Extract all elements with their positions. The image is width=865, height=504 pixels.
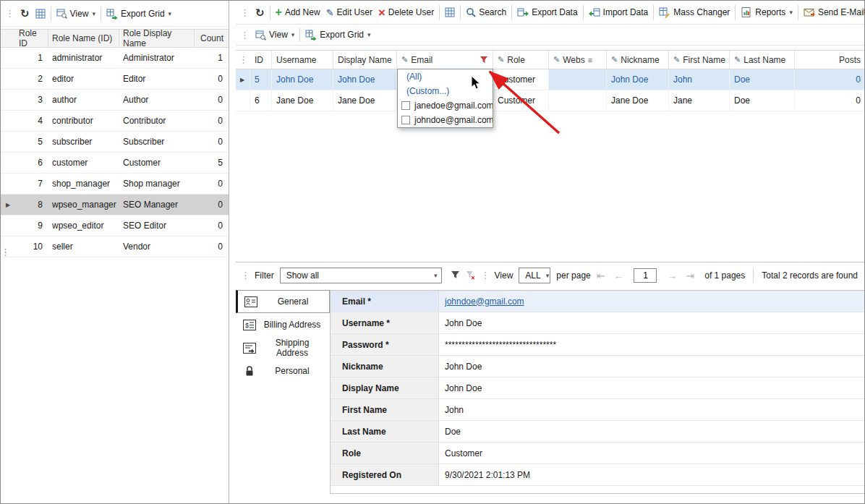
field-value[interactable]: John [439,399,865,420]
field-value[interactable]: Doe [439,421,865,442]
roles-grid-row[interactable]: 7shop_managerShop manager0 [1,174,229,195]
column-header-id[interactable]: ID [250,51,272,69]
roles-grid-row[interactable]: 9wpseo_editorSEO Editor0 [1,215,229,236]
checkbox[interactable] [401,101,410,110]
filter-dropdown-item[interactable]: (Custom...) [398,84,493,98]
column-header-webs[interactable]: ✎Webs≡ [549,51,607,69]
column-header-role-name[interactable]: Role Name (ID) [48,30,119,47]
roles-grid-row[interactable]: 10sellerVendor0 [1,236,229,257]
field-value-text: ********************************* [445,340,556,350]
apply-filter-button[interactable] [448,267,463,284]
roles-grid-row[interactable]: 4contributorContributor0 [1,111,229,132]
toolbar-grip[interactable]: ⋮ [2,8,17,19]
detail-tab-personal[interactable]: Personal [236,359,330,383]
field-value[interactable]: Customer [439,443,865,464]
role-id-cell: 5 [15,137,48,147]
detail-tab-label: Billing Address [263,320,329,330]
edit-user-button[interactable]: ✎Edit User [323,4,375,21]
pencil-icon: ✎ [734,55,741,64]
column-header-posts[interactable]: Posts [795,51,865,69]
view-button[interactable]: View ▾ [252,26,297,43]
username-cell: John Doe [272,69,333,90]
email-link[interactable]: johndoe@gmail.com [445,296,524,307]
clear-filter-button[interactable] [463,267,478,284]
page-number-input[interactable] [634,268,657,283]
role-count-cell: 0 [195,179,229,189]
detail-tab-billing-address[interactable]: $Billing Address [236,313,330,336]
filter-dropdown-item[interactable]: johndoe@gmail.com [398,113,493,127]
toolbar-grip[interactable]: ⋮ [478,270,493,281]
refresh-button[interactable]: ↻ [17,5,33,22]
field-value[interactable]: johndoe@gmail.com [439,291,865,312]
form-row-last-name: Last NameDoe [331,421,865,443]
field-value[interactable]: John Doe [439,356,865,377]
grid-settings-button[interactable] [442,4,458,21]
column-header-display-name[interactable]: Display Name [333,51,397,69]
column-header-count[interactable]: Count [195,30,229,47]
roles-grid-row[interactable]: 3authorAuthor0 [1,90,229,111]
checkbox[interactable] [401,116,410,124]
field-value[interactable]: 9/30/2021 2:01:13 PM [439,464,865,485]
prev-page-button[interactable]: ← [609,270,628,281]
app-window: ⋮ ↻ View ▾ Export Grid ▾ Role ID Rol [0,0,865,504]
users-grid-row[interactable]: ▶5John DoeJohn DoeCustomerJohn DoeJohnDo… [236,69,865,90]
first-page-button[interactable]: ⇤ [592,270,610,281]
chevron-down-icon: ▾ [169,10,172,17]
next-page-button[interactable]: → [662,270,681,281]
toolbar-grip[interactable]: ⋮ [237,7,252,18]
reports-button[interactable]: Reports ▾ [738,4,796,21]
grid-settings-button[interactable] [33,5,48,22]
filter-dropdown-item[interactable]: janedoe@gmail.com [398,98,493,113]
toolbar-grip[interactable]: ⋮ [236,54,250,65]
roles-grid-row[interactable]: 5subscriberSubscriber0 [1,132,229,153]
export-grid-icon [305,29,317,40]
role-count-cell: 5 [195,158,229,168]
splitter-grip[interactable]: ⋮ [1,247,10,257]
search-button[interactable]: Search [463,4,509,21]
column-header-username[interactable]: Username [272,51,333,69]
form-row-email: Email *johndoe@gmail.com [331,291,865,312]
mass-changer-button[interactable]: Mass Changer [656,4,733,21]
pencil-icon: ✎ [498,55,504,64]
column-header-label: Display Name [338,55,392,65]
roles-grid-row[interactable]: 2editorEditor0 [1,69,229,90]
per-page-select[interactable]: ALL ▾ [519,268,550,283]
roles-grid-row[interactable]: 1administratorAdministrator1 [1,48,229,69]
send-email-button[interactable]: Send E-Mail [801,4,865,21]
last-page-button[interactable]: ⇥ [681,270,699,281]
form-row-password: Password *******************************… [331,334,865,356]
add-new-button[interactable]: +Add New [273,4,323,21]
column-header-nickname[interactable]: ✎Nickname [607,51,669,69]
toolbar-grip[interactable]: ⋮ [237,30,252,40]
column-header-first-name[interactable]: ✎First Name [669,51,730,69]
column-header-last-name[interactable]: ✎Last Name [730,51,795,69]
import-data-button[interactable]: Import Data [586,4,652,21]
field-value-text: 9/30/2021 2:01:13 PM [445,470,530,480]
roles-grid-row[interactable]: 6customerCustomer5 [1,153,229,174]
field-label: Password * [331,334,439,355]
user-form: Email *johndoe@gmail.comUsername *John D… [330,290,865,494]
filter-label: Filter [255,270,274,281]
delete-user-button[interactable]: ×Delete User [375,4,437,21]
column-header-email[interactable]: ✎Email [397,51,493,69]
roles-grid-row[interactable]: ▶8wpseo_managerSEO Manager0 [1,195,229,215]
refresh-button[interactable]: ↻ [252,4,268,21]
column-header-role-display-name[interactable]: Role Display Name [119,30,195,47]
filter-funnel-icon[interactable] [480,56,488,64]
users-grid-body: ▶5John DoeJohn DoeCustomerJohn DoeJohnDo… [236,69,865,111]
export-data-button[interactable]: Export Data [514,4,580,21]
export-grid-button[interactable]: Export Grid ▾ [103,5,174,22]
column-header-role-id[interactable]: Role ID [15,30,48,47]
view-button[interactable]: View ▾ [54,5,98,22]
filter-select[interactable]: Show all ▾ [280,268,442,283]
column-header-role[interactable]: ✎Role [493,51,549,69]
users-grid-row[interactable]: 6Jane DoeJane DoeCustomerJane DoeJaneDoe… [236,90,865,111]
detail-tab-shipping-address[interactable]: Shipping Address [236,336,330,359]
toolbar-grip[interactable]: ⋮ [238,270,253,281]
export-grid-button[interactable]: Export Grid ▾ [302,26,373,43]
filter-dropdown-item[interactable]: (All) [398,69,493,84]
field-value[interactable]: John Doe [439,312,865,333]
field-value[interactable]: ********************************* [439,334,865,355]
field-value[interactable]: John Doe [439,377,865,398]
detail-tab-general[interactable]: General [236,290,330,313]
